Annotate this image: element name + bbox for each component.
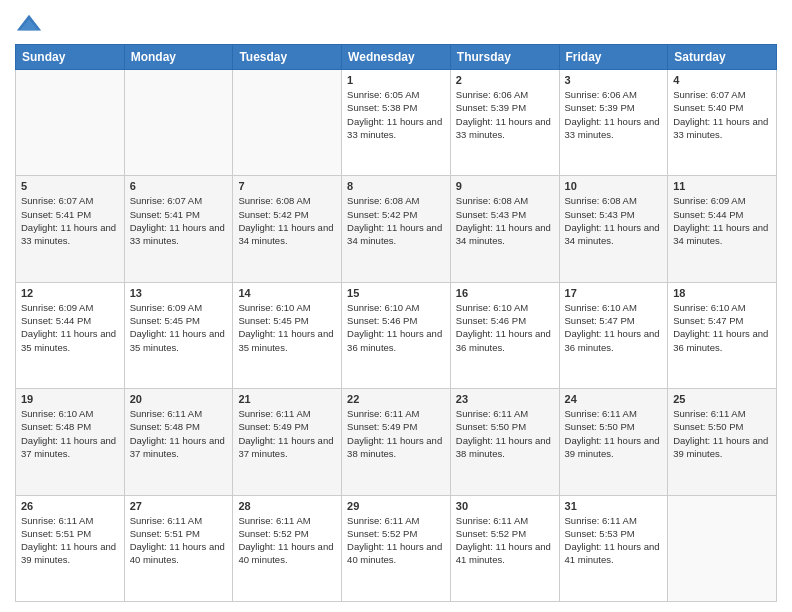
weekday-header-thursday: Thursday: [450, 45, 559, 70]
day-info: Sunrise: 6:08 AMSunset: 5:42 PMDaylight:…: [238, 194, 336, 247]
weekday-header-tuesday: Tuesday: [233, 45, 342, 70]
calendar-cell: 7Sunrise: 6:08 AMSunset: 5:42 PMDaylight…: [233, 176, 342, 282]
day-info: Sunrise: 6:11 AMSunset: 5:48 PMDaylight:…: [130, 407, 228, 460]
day-number: 21: [238, 393, 336, 405]
day-number: 22: [347, 393, 445, 405]
calendar-header: SundayMondayTuesdayWednesdayThursdayFrid…: [16, 45, 777, 70]
calendar-cell: 24Sunrise: 6:11 AMSunset: 5:50 PMDayligh…: [559, 389, 668, 495]
weekday-header-friday: Friday: [559, 45, 668, 70]
calendar-cell: 10Sunrise: 6:08 AMSunset: 5:43 PMDayligh…: [559, 176, 668, 282]
calendar-cell: 25Sunrise: 6:11 AMSunset: 5:50 PMDayligh…: [668, 389, 777, 495]
day-number: 10: [565, 180, 663, 192]
calendar-cell: 23Sunrise: 6:11 AMSunset: 5:50 PMDayligh…: [450, 389, 559, 495]
day-info: Sunrise: 6:07 AMSunset: 5:41 PMDaylight:…: [21, 194, 119, 247]
day-info: Sunrise: 6:10 AMSunset: 5:47 PMDaylight:…: [673, 301, 771, 354]
day-info: Sunrise: 6:11 AMSunset: 5:50 PMDaylight:…: [456, 407, 554, 460]
day-number: 25: [673, 393, 771, 405]
day-info: Sunrise: 6:08 AMSunset: 5:43 PMDaylight:…: [565, 194, 663, 247]
day-number: 28: [238, 500, 336, 512]
day-info: Sunrise: 6:11 AMSunset: 5:51 PMDaylight:…: [130, 514, 228, 567]
day-number: 14: [238, 287, 336, 299]
day-info: Sunrise: 6:11 AMSunset: 5:51 PMDaylight:…: [21, 514, 119, 567]
calendar-cell: 19Sunrise: 6:10 AMSunset: 5:48 PMDayligh…: [16, 389, 125, 495]
day-info: Sunrise: 6:11 AMSunset: 5:53 PMDaylight:…: [565, 514, 663, 567]
calendar-cell: 27Sunrise: 6:11 AMSunset: 5:51 PMDayligh…: [124, 495, 233, 601]
calendar-cell: 18Sunrise: 6:10 AMSunset: 5:47 PMDayligh…: [668, 282, 777, 388]
day-number: 12: [21, 287, 119, 299]
day-info: Sunrise: 6:08 AMSunset: 5:43 PMDaylight:…: [456, 194, 554, 247]
calendar-cell: 4Sunrise: 6:07 AMSunset: 5:40 PMDaylight…: [668, 70, 777, 176]
calendar-cell: 8Sunrise: 6:08 AMSunset: 5:42 PMDaylight…: [342, 176, 451, 282]
day-info: Sunrise: 6:10 AMSunset: 5:47 PMDaylight:…: [565, 301, 663, 354]
day-number: 16: [456, 287, 554, 299]
day-number: 3: [565, 74, 663, 86]
day-info: Sunrise: 6:10 AMSunset: 5:46 PMDaylight:…: [347, 301, 445, 354]
calendar-cell: 28Sunrise: 6:11 AMSunset: 5:52 PMDayligh…: [233, 495, 342, 601]
weekday-header-wednesday: Wednesday: [342, 45, 451, 70]
day-number: 30: [456, 500, 554, 512]
weekday-header-monday: Monday: [124, 45, 233, 70]
calendar-cell: 21Sunrise: 6:11 AMSunset: 5:49 PMDayligh…: [233, 389, 342, 495]
calendar-cell: 29Sunrise: 6:11 AMSunset: 5:52 PMDayligh…: [342, 495, 451, 601]
day-number: 20: [130, 393, 228, 405]
day-number: 15: [347, 287, 445, 299]
day-number: 13: [130, 287, 228, 299]
day-info: Sunrise: 6:09 AMSunset: 5:44 PMDaylight:…: [21, 301, 119, 354]
calendar-cell: [124, 70, 233, 176]
day-info: Sunrise: 6:06 AMSunset: 5:39 PMDaylight:…: [456, 88, 554, 141]
day-info: Sunrise: 6:07 AMSunset: 5:41 PMDaylight:…: [130, 194, 228, 247]
calendar-cell: 3Sunrise: 6:06 AMSunset: 5:39 PMDaylight…: [559, 70, 668, 176]
calendar-cell: 11Sunrise: 6:09 AMSunset: 5:44 PMDayligh…: [668, 176, 777, 282]
day-number: 6: [130, 180, 228, 192]
calendar-week-5: 26Sunrise: 6:11 AMSunset: 5:51 PMDayligh…: [16, 495, 777, 601]
calendar-cell: 17Sunrise: 6:10 AMSunset: 5:47 PMDayligh…: [559, 282, 668, 388]
weekday-header-row: SundayMondayTuesdayWednesdayThursdayFrid…: [16, 45, 777, 70]
calendar-cell: [668, 495, 777, 601]
day-number: 29: [347, 500, 445, 512]
day-info: Sunrise: 6:06 AMSunset: 5:39 PMDaylight:…: [565, 88, 663, 141]
day-number: 19: [21, 393, 119, 405]
day-number: 11: [673, 180, 771, 192]
calendar-week-3: 12Sunrise: 6:09 AMSunset: 5:44 PMDayligh…: [16, 282, 777, 388]
day-number: 26: [21, 500, 119, 512]
calendar-cell: [233, 70, 342, 176]
day-info: Sunrise: 6:09 AMSunset: 5:45 PMDaylight:…: [130, 301, 228, 354]
day-number: 24: [565, 393, 663, 405]
calendar-cell: 6Sunrise: 6:07 AMSunset: 5:41 PMDaylight…: [124, 176, 233, 282]
calendar-week-2: 5Sunrise: 6:07 AMSunset: 5:41 PMDaylight…: [16, 176, 777, 282]
day-number: 4: [673, 74, 771, 86]
day-info: Sunrise: 6:08 AMSunset: 5:42 PMDaylight:…: [347, 194, 445, 247]
day-number: 8: [347, 180, 445, 192]
day-number: 7: [238, 180, 336, 192]
calendar-table: SundayMondayTuesdayWednesdayThursdayFrid…: [15, 44, 777, 602]
day-info: Sunrise: 6:11 AMSunset: 5:52 PMDaylight:…: [238, 514, 336, 567]
calendar-cell: 26Sunrise: 6:11 AMSunset: 5:51 PMDayligh…: [16, 495, 125, 601]
day-number: 31: [565, 500, 663, 512]
day-info: Sunrise: 6:11 AMSunset: 5:49 PMDaylight:…: [347, 407, 445, 460]
page: SundayMondayTuesdayWednesdayThursdayFrid…: [0, 0, 792, 612]
day-number: 9: [456, 180, 554, 192]
day-info: Sunrise: 6:07 AMSunset: 5:40 PMDaylight:…: [673, 88, 771, 141]
day-info: Sunrise: 6:11 AMSunset: 5:50 PMDaylight:…: [565, 407, 663, 460]
logo-icon: [15, 10, 43, 38]
header: [15, 10, 777, 38]
day-info: Sunrise: 6:10 AMSunset: 5:48 PMDaylight:…: [21, 407, 119, 460]
day-info: Sunrise: 6:10 AMSunset: 5:46 PMDaylight:…: [456, 301, 554, 354]
calendar-cell: 5Sunrise: 6:07 AMSunset: 5:41 PMDaylight…: [16, 176, 125, 282]
calendar-cell: 31Sunrise: 6:11 AMSunset: 5:53 PMDayligh…: [559, 495, 668, 601]
calendar-cell: 13Sunrise: 6:09 AMSunset: 5:45 PMDayligh…: [124, 282, 233, 388]
calendar-cell: 12Sunrise: 6:09 AMSunset: 5:44 PMDayligh…: [16, 282, 125, 388]
calendar-cell: 14Sunrise: 6:10 AMSunset: 5:45 PMDayligh…: [233, 282, 342, 388]
day-info: Sunrise: 6:11 AMSunset: 5:50 PMDaylight:…: [673, 407, 771, 460]
calendar-cell: 16Sunrise: 6:10 AMSunset: 5:46 PMDayligh…: [450, 282, 559, 388]
day-info: Sunrise: 6:09 AMSunset: 5:44 PMDaylight:…: [673, 194, 771, 247]
calendar-cell: 30Sunrise: 6:11 AMSunset: 5:52 PMDayligh…: [450, 495, 559, 601]
day-number: 5: [21, 180, 119, 192]
calendar-cell: 20Sunrise: 6:11 AMSunset: 5:48 PMDayligh…: [124, 389, 233, 495]
day-number: 23: [456, 393, 554, 405]
day-number: 18: [673, 287, 771, 299]
day-info: Sunrise: 6:05 AMSunset: 5:38 PMDaylight:…: [347, 88, 445, 141]
logo: [15, 10, 47, 38]
day-number: 2: [456, 74, 554, 86]
day-info: Sunrise: 6:10 AMSunset: 5:45 PMDaylight:…: [238, 301, 336, 354]
